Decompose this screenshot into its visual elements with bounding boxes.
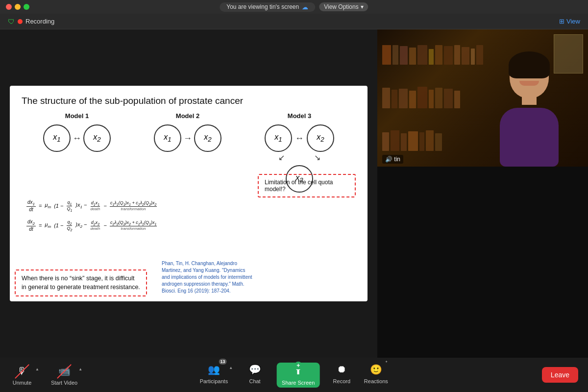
participants-label: Participants [200,378,228,384]
chat-button[interactable]: 💬 Chat [243,363,267,388]
model2-x1-circle: x1 [154,124,181,152]
participants-button[interactable]: 👥 13 Participants [200,363,228,384]
person-hair [509,51,550,78]
model1-group: Model 1 x1 ↔ x2 [43,112,111,193]
model1-x2-label: x2 [93,133,100,143]
toolbar-left: 🎙 Unmute ▲ 📹 Start Video ▲ [10,364,82,386]
maximize-button[interactable] [24,4,29,10]
participant-label: 🔊 tin [382,155,403,164]
model2-x2-circle: x2 [194,124,221,152]
slide-container: The structure of the sub-population of p… [10,86,368,301]
participants-count: 13 [219,359,226,365]
shield-icon: 🛡 [8,18,15,25]
record-button[interactable]: ⏺ Record [329,363,354,388]
toolbar-right: Leave [542,367,578,383]
unmute-label: Unmute [13,380,32,386]
model3-top-arrow: ↔ [295,133,304,144]
sink-text: When there is no “sink” stage, it is dif… [22,275,140,291]
unmute-button[interactable]: 🎙 Unmute [10,364,34,386]
model3-x1-circle: x1 [265,124,292,152]
recording-indicator: 🛡 Recording [8,18,54,25]
title-bar-center: You are viewing tin's screen ☁ View Opti… [220,2,368,12]
record-label: Record [333,378,350,384]
view-button[interactable]: ⊞ View [559,18,580,25]
sink-box: When there is no “sink” stage, it is dif… [15,270,147,296]
chevron-down-icon: ▾ [361,3,364,10]
reactions-icon: 🙂 ⁺ [367,363,385,376]
screen-share-pill: You are viewing tin's screen ☁ [220,2,315,12]
view-label: View [566,18,580,25]
video-group: 📹 Start Video ▲ [51,364,82,386]
microphone-icon: 🎙 [13,364,31,378]
smile [519,81,539,86]
participant-area: 🔊 tin [377,29,588,358]
unmute-chevron[interactable]: ▲ [35,367,39,371]
model3-x2-label: x2 [317,133,324,143]
model2-x2-label: x2 [204,133,211,143]
mic-icon: 🔊 [385,156,392,163]
video-camera-icon: 📹 [55,364,73,378]
model3-x1-label: x1 [274,133,282,143]
model3-label: Model 3 [288,112,311,120]
person-neck [522,95,537,105]
view-icon: ⊞ [559,18,564,25]
slide-area: The structure of the sub-population of p… [0,29,377,358]
toolbar: 🎙 Unmute ▲ 📹 Start Video ▲ 👥 13 Particip… [0,358,588,392]
share-screen-button[interactable]: ⬆ + Share Screen [277,363,319,388]
share-screen-icon: ⬆ + [290,365,307,378]
recording-label: Recording [25,18,54,25]
reactions-label: Reactions [364,378,388,384]
recording-dot [18,19,23,24]
participants-icon: 👥 13 [205,363,222,376]
video-feed: 🔊 tin [377,29,588,167]
record-icon: ⏺ [333,363,350,376]
video-chevron[interactable]: ▲ [78,367,82,371]
title-bar: You are viewing tin's screen ☁ View Opti… [0,0,588,14]
close-button[interactable] [6,4,12,10]
model3-x2-circle: x2 [307,124,334,152]
equations-section: dx1 dt = μm (1 − q1 Q1 )x1 − d1x1 death [26,199,356,232]
start-video-label: Start Video [51,380,77,386]
toolbar-center: 👥 13 Participants ▲ 💬 Chat ⬆ + Share Scr… [200,363,389,388]
model1-label: Model 1 [65,112,89,120]
model3-arrow-right-down: ↘ [314,153,320,162]
cloud-icon: ☁ [302,3,308,11]
view-options-label: View Options [324,3,358,10]
traffic-lights [0,4,29,10]
reactions-button[interactable]: 🙂 ⁺ Reactions [364,363,388,388]
plus-icon: + [294,362,302,369]
view-options-button[interactable]: View Options ▾ [319,2,368,11]
model2-arrow: → [183,133,192,144]
person-body [500,108,559,167]
participant-name: tin [394,156,400,163]
main-area: The structure of the sub-population of p… [0,29,588,358]
chat-icon: 💬 [246,363,264,376]
recording-bar: 🛡 Recording ⊞ View [0,14,588,29]
start-video-button[interactable]: 📹 Start Video [51,364,77,386]
chat-label: Chat [249,378,260,384]
minimize-button[interactable] [15,4,21,10]
limitation-box: Limitation of the cell quota model!? [258,174,356,197]
model3-top-row: x1 ↔ x2 [265,124,334,152]
slide-title: The structure of the sub-population of p… [22,96,356,106]
model1-arrow: ↔ [73,133,81,144]
citation-text: Phan, Tin, H. Changhan, Alejandro Martin… [162,260,252,294]
model2-circles: x1 → x2 [154,124,221,152]
participants-chevron[interactable]: ▲ [229,366,233,370]
model1-circles: x1 ↔ x2 [43,124,111,152]
model2-group: Model 2 x1 → x2 [154,112,221,193]
person-video [480,44,578,167]
share-screen-label: Share Screen [282,380,315,386]
model1-x1-circle: x1 [43,124,71,152]
model1-x1-label: x1 [53,133,60,143]
model1-x2-circle: x2 [83,124,111,152]
screen-share-text: You are viewing tin's screen [226,3,299,10]
leave-button[interactable]: Leave [542,367,578,383]
limitation-text: Limitation of the cell quota model!? [265,179,333,193]
model2-x1-label: x1 [164,133,171,143]
participants-group: 👥 13 Participants ▲ [200,363,233,388]
unmute-group: 🎙 Unmute ▲ [10,364,39,386]
model3-arrow-left-down: ↙ [278,153,285,162]
model2-label: Model 2 [176,112,199,120]
